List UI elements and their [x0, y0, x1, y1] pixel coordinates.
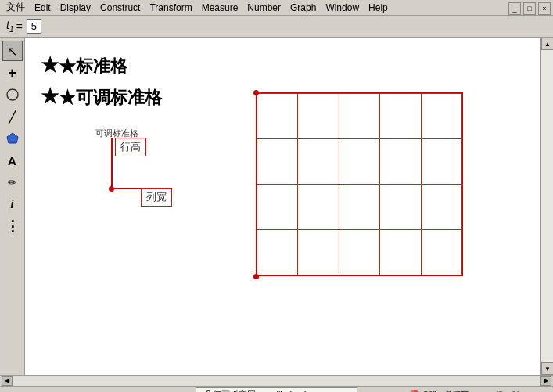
red-dot-grid-top-left: [253, 90, 259, 95]
table-cell: [380, 94, 421, 139]
formula-display: t1 = 5: [6, 19, 41, 34]
toolbar: t1 = 5: [0, 16, 553, 38]
svg-marker-1: [7, 133, 18, 143]
table-cell: [380, 230, 421, 275]
scroll-up-button[interactable]: ▲: [541, 38, 553, 50]
menu-graph[interactable]: Graph: [285, 2, 321, 14]
star2-label: ★★可调标准格: [41, 85, 162, 110]
tool-text[interactable]: A: [2, 150, 23, 171]
scroll-left-button[interactable]: ◀: [2, 376, 13, 386]
tool-arrow[interactable]: ↖: [2, 41, 23, 61]
tool-polygon[interactable]: [2, 128, 23, 149]
table-cell: [421, 94, 461, 139]
menu-edit[interactable]: Edit: [30, 2, 56, 14]
main-area: ↖ + ╱ A ✏ i ⋮ ★★标准格 ★★可调标准格 可调标准格 行高: [0, 38, 553, 375]
menu-measure[interactable]: Measure: [197, 2, 243, 14]
tool-marker[interactable]: ✏: [2, 172, 23, 192]
table-cell: [339, 230, 379, 275]
grid: [256, 92, 463, 276]
bottom-scrollbar[interactable]: ◀ ▶: [0, 375, 553, 386]
menu-transform[interactable]: Transform: [145, 2, 196, 14]
table-cell: [339, 94, 379, 139]
scroll-down-button[interactable]: ▼: [541, 362, 553, 375]
tool-compass[interactable]: [2, 85, 23, 105]
table-cell: [339, 185, 379, 230]
table-cell: [421, 185, 461, 230]
table-row: [257, 139, 462, 185]
canvas-area[interactable]: ★★标准格 ★★可调标准格 可调标准格 行高 列宽: [25, 38, 553, 375]
right-scrollbar[interactable]: ▲ ▼: [540, 38, 553, 375]
table-cell: [257, 230, 298, 275]
table-cell: [421, 139, 461, 185]
table-cell: [339, 139, 379, 185]
table-cell: [298, 139, 339, 185]
menu-display[interactable]: Display: [56, 2, 95, 14]
formula-value: 5: [27, 19, 41, 34]
red-line-vertical: [111, 138, 113, 189]
table-cell: [298, 230, 339, 275]
window-close[interactable]: ×: [538, 2, 551, 15]
menubar: 文件 Edit Display Construct Transform Meas…: [0, 0, 553, 16]
grid-table: [257, 93, 462, 275]
col-width-label: 列宽: [141, 188, 172, 207]
scroll-right-button[interactable]: ▶: [540, 376, 551, 386]
table-cell: [421, 230, 461, 275]
row-high-label: 行高: [115, 138, 146, 156]
red-dot-grid-bottom-left: [253, 274, 259, 279]
statusbar-text: 几何画板官网www.jihehuaban.com.cn: [196, 387, 357, 392]
statusbar-logo: 🔴 Office教程网 www.office26.com.cn: [409, 390, 550, 393]
red-dot-top: [109, 186, 114, 192]
left-toolbar: ↖ + ╱ A ✏ i ⋮: [0, 38, 25, 375]
horizontal-scroll-track[interactable]: [13, 376, 540, 386]
table-row: [257, 185, 462, 230]
tool-point[interactable]: +: [2, 63, 23, 83]
menu-window[interactable]: Window: [321, 2, 364, 14]
formula-variable: t1: [6, 19, 13, 34]
menu-file[interactable]: 文件: [2, 0, 30, 15]
menu-help[interactable]: Help: [364, 2, 393, 14]
table-cell: [380, 139, 421, 185]
svg-point-0: [7, 89, 18, 100]
statusbar: 几何画板官网www.jihehuaban.com.cn 🔴 Office教程网 …: [0, 386, 553, 392]
menu-construct[interactable]: Construct: [95, 2, 145, 14]
tool-line[interactable]: ╱: [2, 106, 23, 127]
table-cell: [257, 185, 298, 230]
table-cell: [257, 94, 298, 139]
star1-label: ★★标准格: [41, 53, 127, 78]
table-row: [257, 94, 462, 139]
table-cell: [298, 185, 339, 230]
formula-equals: =: [16, 20, 22, 33]
menu-number[interactable]: Number: [242, 2, 285, 14]
tool-info[interactable]: i: [2, 194, 23, 214]
scroll-track[interactable]: [541, 50, 553, 362]
table-cell: [298, 94, 339, 139]
window-minimize[interactable]: _: [508, 2, 521, 15]
formula-subscript: 1: [9, 25, 14, 34]
table-cell: [257, 139, 298, 185]
window-restore[interactable]: □: [523, 2, 536, 15]
tool-more[interactable]: ⋮: [2, 216, 23, 236]
table-cell: [380, 185, 421, 230]
table-row: [257, 230, 462, 275]
